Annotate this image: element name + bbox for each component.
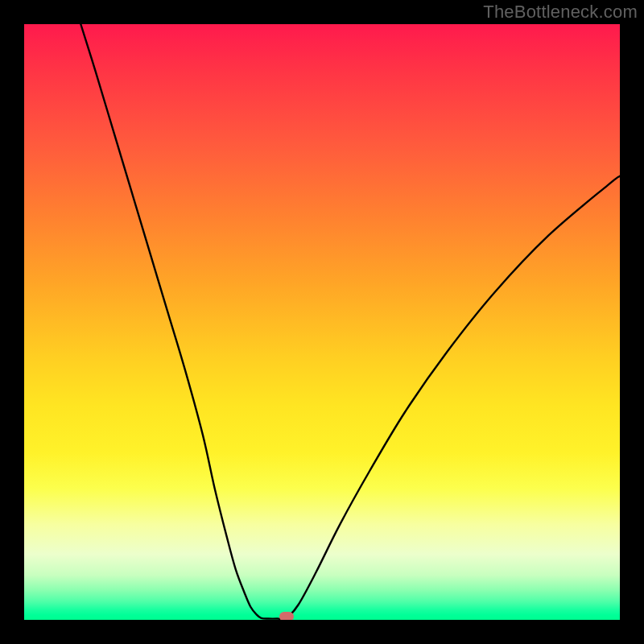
plot-area [24,24,620,620]
chart-container: TheBottleneck.com [0,0,644,644]
watermark-text: TheBottleneck.com [483,2,638,23]
optimal-point-marker [279,612,294,620]
curve-path [80,24,620,619]
bottleneck-curve [24,24,620,620]
